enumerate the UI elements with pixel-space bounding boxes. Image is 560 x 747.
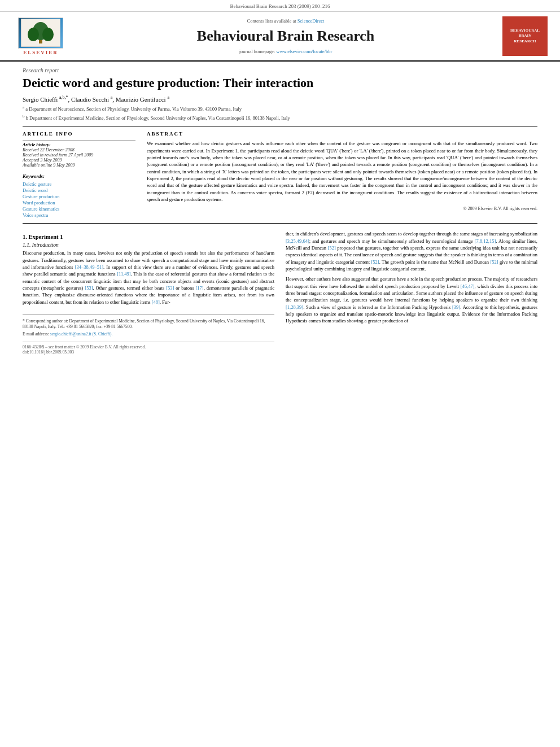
- elsevier-logo: ELSEVIER: [18, 18, 63, 55]
- contents-line: Contents lists available at ScienceDirec…: [247, 18, 325, 24]
- subsection1-heading: 1.1. Introduction: [23, 242, 274, 248]
- abstract-title: ABSTRACT: [147, 131, 537, 137]
- page-footer-license: 0166-4328/$ – see front matter © 2009 El…: [23, 344, 146, 355]
- article-type: Research report: [23, 67, 537, 73]
- email-line: E-mail address: sergio.chieffi@unina2.it…: [23, 331, 274, 338]
- journal-title: Behavioural Brain Research: [197, 27, 374, 45]
- sciencedirect-link[interactable]: ScienceDirect: [298, 18, 325, 24]
- keyword-gesture-production: Gesture production: [23, 194, 135, 199]
- journal-citation: Behavioural Brain Research 203 (2009) 20…: [0, 0, 560, 12]
- authors: Sergio Chieffi a,b,*, Claudio Secchi a, …: [23, 95, 537, 103]
- body-paragraph-1: Discourse production, in many cases, inv…: [23, 250, 274, 305]
- homepage-link[interactable]: www.elsevier.com/locate/bbr: [276, 49, 332, 54]
- keyword-voice-spectra: Voice spectra: [23, 212, 135, 218]
- elsevier-logo-image: [18, 18, 63, 49]
- footer-section: * Corresponding author at: Department of…: [23, 314, 274, 338]
- keyword-deictic-word: Deictic word: [23, 187, 135, 193]
- divider: [23, 126, 537, 126]
- svg-point-4: [42, 28, 54, 41]
- article-info-column: ARTICLE INFO Article history: Received 2…: [23, 131, 135, 219]
- elsevier-label: ELSEVIER: [23, 50, 58, 55]
- journal-header: ELSEVIER Contents lists available at Sci…: [0, 12, 560, 62]
- citation-text: Behavioural Brain Research 203 (2009) 20…: [230, 3, 330, 9]
- keywords-title: Keywords:: [23, 173, 135, 179]
- bbr-logo-section: BEHAVIOURAL BRAIN RESEARCH: [497, 16, 553, 56]
- divider-2: [23, 223, 537, 224]
- article-info-title: ARTICLE INFO: [23, 131, 135, 137]
- abstract-column: ABSTRACT We examined whether and how dei…: [147, 131, 537, 219]
- bbr-logo: BEHAVIOURAL BRAIN RESEARCH: [502, 16, 548, 56]
- body-content: 1. Experiment 1 1.1. Introduction Discou…: [23, 230, 537, 355]
- corresponding-note: * Corresponding author at: Department of…: [23, 318, 274, 330]
- abstract-text: We examined whether and how deictic gest…: [147, 140, 537, 203]
- affiliations: a a Department of Neuroscience, Section …: [23, 105, 537, 121]
- abstract-section: ABSTRACT We examined whether and how dei…: [147, 131, 537, 211]
- article-history: Article history: Received 22 December 20…: [23, 140, 135, 168]
- svg-point-3: [28, 28, 39, 41]
- body-paragraph-2: ther, in children's development, gesture…: [286, 230, 537, 272]
- keyword-gesture-kinematics: Gesture kinematics: [23, 206, 135, 212]
- journal-homepage: journal homepage: www.elsevier.com/locat…: [239, 49, 333, 54]
- body-paragraph-3: However, other authors have also suggest…: [286, 276, 537, 324]
- keywords-section: Keywords: Deictic gesture Deictic word G…: [23, 173, 135, 218]
- keyword-word-production: Word production: [23, 200, 135, 206]
- article-title: Deictic word and gesture production: The…: [23, 76, 537, 90]
- page-footer: 0166-4328/$ – see front matter © 2009 El…: [23, 342, 274, 355]
- elsevier-logo-section: ELSEVIER: [7, 16, 75, 56]
- copyright: © 2009 Elsevier B.V. All rights reserved…: [147, 206, 537, 211]
- body-left-column: 1. Experiment 1 1.1. Introduction Discou…: [23, 230, 274, 355]
- body-right-column: ther, in children's development, gesture…: [286, 230, 537, 355]
- keyword-deictic-gesture: Deictic gesture: [23, 181, 135, 187]
- main-content: Research report Deictic word and gesture…: [0, 62, 560, 366]
- journal-title-section: Contents lists available at ScienceDirec…: [75, 16, 497, 56]
- section1-heading: 1. Experiment 1: [23, 234, 274, 240]
- article-info: ARTICLE INFO Article history: Received 2…: [23, 131, 135, 168]
- article-meta-section: ARTICLE INFO Article history: Received 2…: [23, 131, 537, 219]
